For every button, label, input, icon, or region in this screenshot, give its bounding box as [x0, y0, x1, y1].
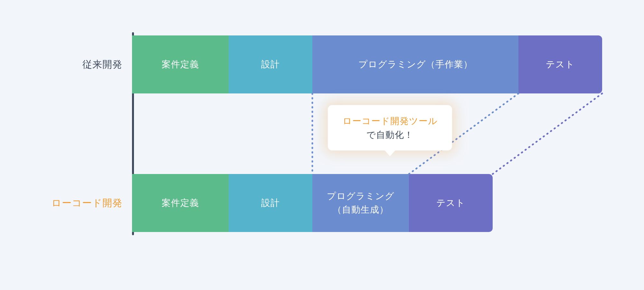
callout-line2: で自動化！: [337, 128, 442, 142]
segment-1-3: テスト: [409, 174, 493, 232]
comparison-chart: 従来開発 案件定義設計プログラミング（手作業）テスト ローコード開発 案件定義設…: [52, 35, 605, 251]
row-label-lowcode: ローコード開発: [52, 197, 132, 210]
bar-traditional: 案件定義設計プログラミング（手作業）テスト: [132, 35, 605, 93]
segment-0-2: プログラミング（手作業）: [312, 35, 518, 93]
segment-0-1: 設計: [229, 35, 312, 93]
callout-tooltip: ローコード開発ツール で自動化！: [328, 105, 452, 150]
segment-0-0: 案件定義: [132, 35, 229, 93]
segment-1-1: 設計: [229, 174, 312, 232]
segment-0-3: テスト: [518, 35, 602, 93]
row-lowcode: ローコード開発 案件定義設計プログラミング （自動生成）テスト: [52, 174, 605, 232]
svg-line-2: [493, 93, 602, 174]
segment-1-0: 案件定義: [132, 174, 229, 232]
row-traditional: 従来開発 案件定義設計プログラミング（手作業）テスト: [52, 35, 605, 93]
row-label-traditional: 従来開発: [52, 58, 132, 71]
bar-lowcode: 案件定義設計プログラミング （自動生成）テスト: [132, 174, 605, 232]
callout-line1: ローコード開発ツール: [337, 114, 442, 128]
segment-1-2: プログラミング （自動生成）: [312, 174, 409, 232]
